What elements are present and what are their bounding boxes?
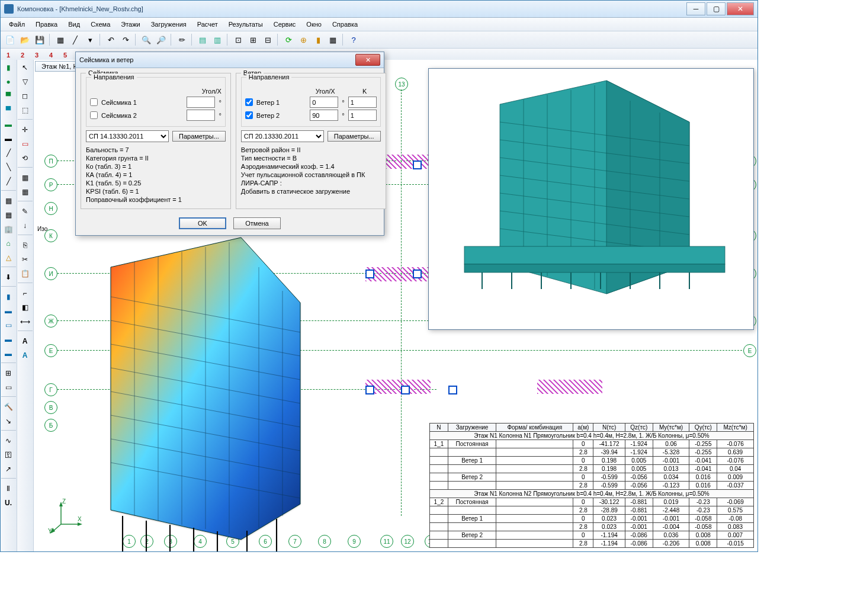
select2-icon[interactable]: ⬚ [18, 104, 32, 117]
wind-code-select[interactable]: СП 20.13330.2011 [241, 130, 324, 142]
preview-3d-window[interactable] [428, 68, 754, 330]
size-icon[interactable]: ⟷ [18, 315, 32, 328]
maximize-button[interactable]: ▢ [707, 2, 726, 15]
grid-icon[interactable]: ▦ [53, 33, 68, 47]
save-icon[interactable]: 💾 [33, 33, 47, 47]
node3-icon[interactable]: ⊟ [261, 33, 275, 47]
tree-icon[interactable]: ⊕ [296, 33, 310, 47]
wind2-angle-input[interactable] [310, 110, 338, 121]
curve-icon[interactable]: ∿ [1, 434, 15, 447]
seismic2-checkbox[interactable] [90, 111, 98, 119]
wind-params-button[interactable]: Параметры... [328, 131, 381, 142]
load-4[interactable]: 4 [47, 52, 55, 59]
line2-icon[interactable]: ╱ [1, 146, 15, 159]
u-icon[interactable]: U. [1, 496, 15, 509]
load-3[interactable]: 3 [33, 52, 41, 59]
result-slab-icon[interactable]: ▬ [1, 333, 15, 346]
load-5[interactable]: 5 [61, 52, 69, 59]
wind1-k-input[interactable] [348, 97, 377, 108]
line-icon[interactable]: ╱ [68, 33, 82, 47]
arrow-down-icon[interactable]: ↓ [18, 219, 32, 232]
building-icon[interactable]: 🏢 [1, 223, 15, 236]
spec-icon[interactable]: ⊞ [1, 367, 15, 380]
zoom-in-icon[interactable]: 🔍 [139, 33, 153, 47]
menu-floors[interactable]: Этажи [116, 20, 145, 29]
grid-small-icon[interactable]: ▦ [1, 194, 15, 207]
open-icon[interactable]: 📂 [18, 33, 32, 47]
line3-icon[interactable]: ╲ [1, 161, 15, 174]
new-icon[interactable]: 📄 [3, 33, 17, 47]
drawing-icon[interactable]: ▭ [1, 381, 15, 394]
ok-button[interactable]: OK [179, 217, 226, 229]
dialog-titlebar[interactable]: Сейсмика и ветер ✕ [76, 52, 384, 68]
rect-icon[interactable]: ▭ [18, 137, 32, 150]
layers-icon[interactable]: ▤ [195, 33, 210, 47]
load-1[interactable]: 1 [4, 52, 12, 59]
menu-window[interactable]: Окно [301, 20, 326, 29]
menu-service[interactable]: Сервис [269, 20, 301, 29]
cut-icon[interactable]: ✂ [18, 253, 32, 266]
cancel-button[interactable]: Отмена [233, 217, 281, 229]
seismic-params-button[interactable]: Параметры... [172, 131, 226, 142]
menu-help[interactable]: Справка [328, 20, 362, 29]
menu-scheme[interactable]: Схема [86, 20, 115, 29]
refresh-icon[interactable]: ⟳ [281, 33, 296, 47]
wind2-k-input[interactable] [348, 110, 377, 121]
pencil-icon[interactable]: ✏ [175, 33, 189, 47]
result-column-icon[interactable]: ▮ [1, 290, 15, 303]
select-icon[interactable]: ◻ [18, 89, 32, 102]
column-rect-icon[interactable]: ▮ [1, 61, 15, 74]
menu-loads[interactable]: Загружения [146, 20, 191, 29]
crosshair-icon[interactable]: ✛ [18, 123, 32, 136]
triangle-icon[interactable]: △ [1, 251, 15, 264]
menu-results[interactable]: Результаты [224, 20, 268, 29]
grid-bold-icon[interactable]: ▦ [18, 185, 32, 198]
zoom-out-icon[interactable]: 🔎 [154, 33, 168, 47]
text-a2-icon[interactable]: A [18, 349, 32, 362]
seismic2-angle-input[interactable] [187, 110, 215, 121]
undo-icon[interactable]: ↶ [104, 33, 118, 47]
result-beam-icon[interactable]: ▬ [1, 304, 15, 317]
titlebar[interactable]: Компоновка - [Khmelnicki_New_Rostv.chg] … [1, 1, 757, 18]
node-icon[interactable]: ⊡ [231, 33, 245, 47]
menu-file[interactable]: Файл [4, 20, 30, 29]
filter-icon[interactable]: ▽ [18, 75, 32, 88]
grid-large-icon[interactable]: ▦ [1, 208, 15, 222]
minimize-button[interactable]: ─ [686, 2, 705, 15]
redo-icon[interactable]: ↷ [118, 33, 133, 47]
export-icon[interactable]: ↗ [1, 463, 15, 476]
dropdown-icon[interactable]: ▾ [83, 33, 97, 47]
wind-icon[interactable]: ⬇ [1, 271, 15, 284]
line4-icon[interactable]: ╱ [1, 175, 15, 188]
layers2-icon[interactable]: ▥ [210, 33, 224, 47]
seismic1-checkbox[interactable] [90, 98, 98, 106]
node2-icon[interactable]: ⊞ [246, 33, 260, 47]
shape-icon[interactable]: ◧ [18, 301, 32, 314]
chart-icon[interactable]: ▮ [311, 33, 325, 47]
copy-icon[interactable]: ⎘ [18, 239, 32, 252]
close-button[interactable]: ✕ [727, 2, 754, 15]
menu-edit[interactable]: Правка [31, 20, 62, 29]
seismic1-angle-input[interactable] [187, 97, 215, 108]
table-icon[interactable]: ▦ [326, 33, 340, 47]
column-circle-icon[interactable]: ● [1, 75, 15, 88]
dialog-close-button[interactable]: ✕ [355, 54, 380, 66]
beam-icon[interactable]: ▀ [1, 89, 15, 102]
wind1-checkbox[interactable] [245, 98, 253, 106]
result-found-icon[interactable]: ▬ [1, 347, 15, 360]
paste-icon[interactable]: 📋 [18, 267, 32, 280]
text-a-icon[interactable]: A [18, 335, 32, 348]
key-icon[interactable]: ⚿ [1, 448, 15, 461]
seismic-code-select[interactable]: СП 14.13330.2011 [86, 130, 169, 142]
load-2[interactable]: 2 [18, 52, 27, 59]
help-icon[interactable]: ? [346, 33, 361, 47]
pen-icon[interactable]: ✎ [18, 205, 32, 218]
hammer-icon[interactable]: 🔨 [1, 400, 15, 413]
pointer-icon[interactable]: ↖ [18, 61, 32, 74]
menu-view[interactable]: Вид [63, 20, 85, 29]
bracket-icon[interactable]: ⌐ [18, 287, 32, 300]
menu-calc[interactable]: Расчет [192, 20, 223, 29]
caps-icon[interactable]: Ⅱ [1, 482, 15, 495]
rotate-icon[interactable]: ⟲ [18, 152, 32, 165]
wall-icon[interactable]: ▬ [1, 118, 15, 131]
